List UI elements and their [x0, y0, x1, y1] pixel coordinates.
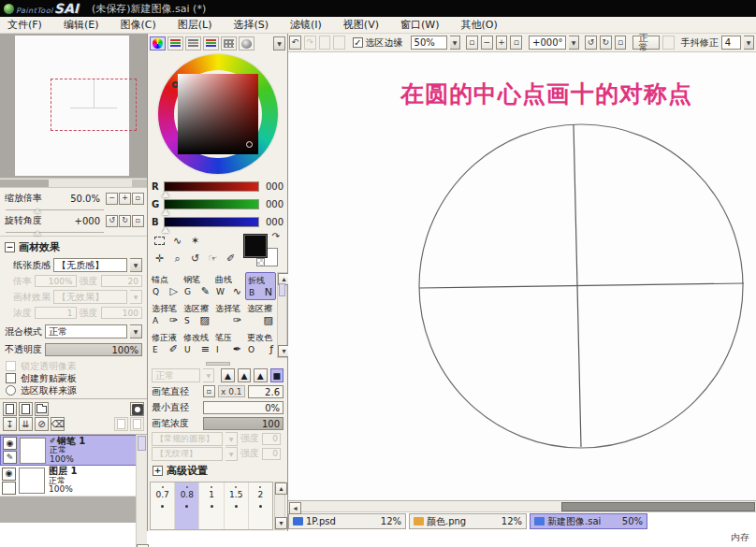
brush-edge-shape-3[interactable]: ▲ — [254, 368, 267, 382]
layer-opacity-slider[interactable]: 100% — [45, 343, 142, 356]
size-palette-scroll-up-button[interactable]: ▴ — [275, 482, 287, 495]
doc-tab-1p-psd[interactable]: 1P.psd 12% — [288, 513, 406, 529]
nav-rotate-ccw-button[interactable]: ↺ — [106, 215, 118, 227]
tool-select-pen-2[interactable]: 选择笔 ✑ — [213, 301, 244, 329]
zoom-reset-button[interactable]: ▫ — [510, 36, 522, 50]
nav-zoom-out-button[interactable]: − — [106, 193, 118, 205]
stabilizer-select[interactable]: 4 — [721, 36, 741, 50]
navigator-scrollbar[interactable] — [0, 179, 147, 188]
nav-zoom-in-button[interactable]: + — [119, 193, 131, 205]
color-panel-menu-button[interactable]: ▼ — [273, 36, 285, 50]
doc-tab-new-image-sai[interactable]: 新建图像.sai 50% — [530, 513, 647, 529]
paper-texture-dropdown-icon[interactable]: ▼ — [130, 258, 142, 272]
lasso-tool[interactable]: ∿ — [169, 233, 185, 249]
deselect-button[interactable] — [319, 36, 331, 50]
brush-size-unit[interactable]: x 0.1 — [218, 385, 245, 397]
blue-slider[interactable] — [164, 217, 259, 227]
menu-selection[interactable]: 选择(S) — [225, 18, 283, 32]
rotate-cw-button[interactable]: ↻ — [600, 36, 612, 50]
navigator-scrollbar-thumb[interactable] — [0, 180, 49, 187]
rect-select-tool[interactable] — [152, 233, 167, 249]
brush-blend-dropdown-icon[interactable]: ▼ — [203, 368, 214, 382]
menu-window[interactable]: 窗口(W) — [393, 18, 453, 32]
foreground-color-swatch[interactable] — [244, 235, 267, 257]
new-layer-button[interactable] — [3, 402, 17, 416]
view-normal-button[interactable]: 正常 — [632, 36, 660, 50]
brush-edge-shape-1[interactable]: ▲ — [221, 368, 234, 382]
brush-size-2[interactable]: 2 — [249, 482, 272, 529]
transparency-icon[interactable] — [256, 258, 265, 266]
menu-view[interactable]: 视图(V) — [336, 18, 393, 32]
hsv-sliders-tab[interactable] — [185, 36, 201, 50]
zoom-fit-button[interactable]: ▫ — [466, 36, 478, 50]
menu-filter[interactable]: 滤镜(I) — [283, 18, 336, 32]
menu-layer[interactable]: 图层(L) — [170, 18, 226, 32]
layer-item-layer1[interactable]: ◉ 图层 1 正常 100% — [0, 466, 137, 497]
size-palette-scrollbar[interactable]: ▴ ▾ — [274, 482, 285, 530]
green-slider-thumb[interactable] — [162, 209, 169, 215]
drawing-canvas[interactable]: 在圆的中心点画十的对称点 — [288, 52, 756, 500]
navigator-angle-slider-thumb[interactable] — [34, 231, 41, 236]
brush-size-unit-button[interactable]: ▫ — [203, 385, 215, 397]
saturation-value-marker[interactable] — [246, 141, 253, 148]
navigator-zoom-slider[interactable] — [6, 207, 104, 210]
tool-select-eraser[interactable]: 选区擦 S▨ — [182, 301, 212, 329]
brush-size-0.7[interactable]: 0.7 — [151, 482, 175, 529]
tool-select-eraser-2[interactable]: 选区擦 ▨ — [245, 301, 276, 329]
scratchpad-tab[interactable] — [239, 36, 254, 50]
zoom-in-button[interactable]: + — [496, 36, 508, 50]
nav-rotate-reset-button[interactable]: ▫ — [132, 215, 144, 227]
brush-size-1[interactable]: 1 — [199, 482, 224, 529]
delete-layer-button[interactable]: ⌫ — [51, 417, 65, 431]
brush-edge-shape-4[interactable]: ■ — [270, 368, 284, 382]
brush-size-slider[interactable]: 2.6 — [248, 385, 284, 398]
menu-file[interactable]: 文件(F) — [0, 18, 56, 32]
rotate-reset-button[interactable]: ▫ — [615, 36, 627, 50]
material-effect-dropdown-icon[interactable]: ▼ — [130, 290, 142, 304]
angle-dropdown-icon[interactable]: ▼ — [569, 36, 579, 50]
brush-shape-select[interactable]: 【常规的圆形】 — [152, 432, 223, 446]
brush-texture-select[interactable]: 【无纹理】 — [152, 447, 223, 461]
lock-alpha-checkbox[interactable] — [6, 361, 16, 371]
layer-visibility-toggle[interactable]: ◉ — [3, 437, 17, 450]
menu-edit[interactable]: 编辑(E) — [56, 18, 113, 32]
selection-edge-checkbox[interactable]: ✓ — [353, 37, 362, 48]
layer-visibility-toggle[interactable]: ◉ — [2, 468, 16, 481]
tool-select-pen[interactable]: 选择笔 A✑ — [150, 301, 181, 329]
selection-source-radio[interactable] — [6, 385, 16, 396]
layer-edit-target-toggle[interactable]: ✎ — [3, 451, 17, 464]
swap-colors-icon[interactable]: ↷ — [272, 231, 280, 241]
layer-list-vscrollbar[interactable]: ▾ — [136, 435, 147, 547]
nav-zoom-reset-button[interactable]: ▫ — [132, 193, 144, 205]
rotate-ccw-button[interactable]: ↺ — [585, 36, 597, 50]
brush-size-1.5[interactable]: 1.5 — [225, 482, 249, 529]
undo-button[interactable]: ↶ — [289, 36, 301, 50]
link-layer-button[interactable] — [130, 417, 144, 431]
size-palette-scroll-down-button[interactable]: ▾ — [275, 517, 287, 529]
zoom-tool[interactable]: ⌕ — [169, 251, 185, 266]
tool-polyline[interactable]: 折线 BN — [245, 272, 276, 300]
brush-density-slider[interactable]: 100 — [203, 417, 284, 430]
clear-layer-button[interactable]: ⊘ — [35, 417, 49, 431]
invert-selection-button[interactable] — [333, 36, 345, 50]
redo-button[interactable]: ↷ — [304, 36, 316, 50]
advanced-settings-expand-icon[interactable]: + — [153, 466, 163, 476]
brush-shape-dropdown-icon[interactable]: ▼ — [225, 432, 238, 446]
lock-layer-button[interactable] — [114, 417, 128, 431]
swatches-tab[interactable] — [221, 36, 237, 50]
brush-min-size-slider[interactable]: 0% — [203, 401, 284, 414]
color-mixer-tab[interactable] — [203, 36, 219, 50]
navigator-viewport-rect[interactable] — [51, 79, 137, 131]
navigator-preview[interactable] — [0, 34, 147, 179]
tool-grid-scrollbar[interactable]: ▴ ▾ — [277, 272, 287, 358]
tool-edit-line[interactable]: 修改线 U≡ — [182, 330, 212, 358]
material-collapse-icon[interactable]: − — [5, 242, 15, 252]
red-slider-thumb[interactable] — [162, 192, 169, 197]
layer-list-vscrollbar-thumb[interactable] — [138, 436, 146, 451]
blend-mode-select[interactable]: 正常 — [45, 324, 127, 338]
tool-curve[interactable]: 曲线 W∿ — [213, 272, 244, 300]
zoom-out-button[interactable]: − — [481, 36, 493, 50]
layer-edit-target-toggle[interactable] — [2, 482, 16, 495]
brush-edge-shape-2[interactable]: ▲ — [238, 368, 251, 382]
color-wheel-tab[interactable] — [150, 36, 166, 50]
